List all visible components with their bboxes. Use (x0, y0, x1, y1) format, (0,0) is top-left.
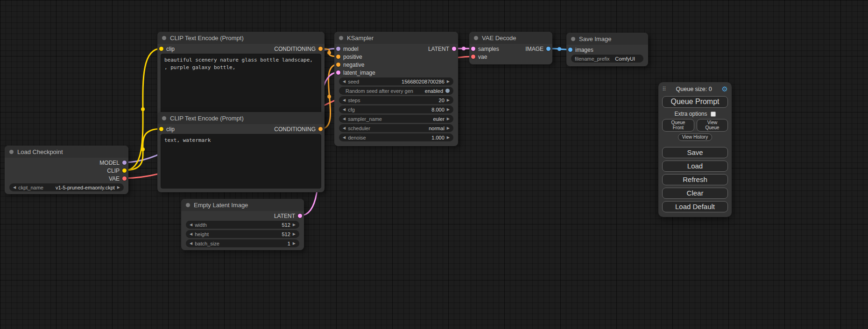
latent-output-slot[interactable] (452, 47, 456, 51)
scheduler-widget[interactable]: ◀ scheduler normal ▶ (339, 124, 453, 132)
image-output-slot[interactable] (546, 47, 550, 51)
extra-options-checkbox[interactable] (711, 112, 716, 117)
decrement-arrow-icon[interactable]: ◀ (343, 79, 346, 84)
clip-input-slot[interactable] (159, 47, 163, 51)
decrement-arrow-icon[interactable]: ◀ (343, 126, 346, 130)
decrement-arrow-icon[interactable]: ◀ (343, 117, 346, 121)
collapse-toggle-icon[interactable] (9, 150, 14, 154)
denoise-widget[interactable]: ◀ denoise 1.000 ▶ (339, 133, 453, 141)
node-graph-canvas[interactable]: Load Checkpoint MODEL CLIP VAE ◀ ckpt_na… (0, 0, 868, 329)
widget-value: 1.000 (368, 135, 445, 140)
increment-arrow-icon[interactable]: ▶ (447, 135, 450, 140)
seed-widget[interactable]: ◀ seed 156680208700286 ▶ (339, 77, 453, 85)
increment-arrow-icon[interactable]: ▶ (293, 223, 296, 227)
collapse-toggle-icon[interactable] (186, 203, 190, 207)
decrement-arrow-icon[interactable]: ◀ (343, 98, 346, 102)
comfy-menu-panel: ⠿ Queue size: 0 ⚙ Queue Prompt Extra opt… (658, 82, 732, 217)
node-title: CLIP Text Encode (Prompt) (170, 115, 244, 122)
node-load-checkpoint[interactable]: Load Checkpoint MODEL CLIP VAE ◀ ckpt_na… (5, 146, 128, 194)
queue-prompt-button[interactable]: Queue Prompt (662, 96, 728, 108)
widget-value: euler (384, 116, 445, 122)
slot-label-clip: clip (166, 126, 175, 133)
increment-arrow-icon[interactable]: ▶ (447, 79, 450, 84)
slot-label-model: MODEL (99, 160, 120, 166)
seed-control-toggle-icon[interactable] (445, 89, 450, 93)
collapse-toggle-icon[interactable] (162, 116, 166, 120)
collapse-toggle-icon[interactable] (339, 36, 343, 40)
node-title-bar[interactable]: Empty Latent Image (181, 199, 304, 211)
node-title-bar[interactable]: Save Image (566, 33, 648, 45)
clip-input-slot[interactable] (159, 127, 163, 131)
decrement-arrow-icon[interactable]: ◀ (343, 135, 346, 140)
ckpt-name-widget[interactable]: ◀ ckpt_name v1-5-pruned-emaonly.ckpt ▶ (9, 183, 124, 191)
batch-size-widget[interactable]: ◀ batch_size 1 ▶ (186, 239, 299, 247)
widget-value: 512 (211, 231, 290, 237)
widget-value: 156680208700286 (361, 79, 445, 84)
negative-prompt-textarea[interactable]: text, watermark (161, 134, 321, 189)
latent-output-slot[interactable] (298, 214, 302, 218)
queue-front-button[interactable]: Queue Front (662, 119, 694, 132)
slot-label-latent-image: latent_image (343, 70, 375, 76)
node-title-bar[interactable]: CLIP Text Encode (Prompt) (157, 112, 325, 124)
decrement-arrow-icon[interactable]: ◀ (190, 223, 192, 227)
clip-output-slot[interactable] (122, 168, 127, 173)
view-queue-button[interactable]: View Queue (697, 119, 728, 132)
samples-input-slot[interactable] (471, 47, 475, 51)
node-save-image[interactable]: Save Image images filename_prefix ComfyU… (566, 33, 648, 66)
height-widget[interactable]: ◀ height 512 ▶ (186, 230, 299, 238)
steps-widget[interactable]: ◀ steps 20 ▶ (339, 96, 453, 104)
collapse-toggle-icon[interactable] (474, 36, 478, 40)
increment-arrow-icon[interactable]: ▶ (447, 107, 450, 112)
menu-drag-handle-icon[interactable]: ⠿ (662, 86, 666, 92)
load-button[interactable]: Load (662, 161, 728, 172)
latent-image-input-slot[interactable] (336, 70, 340, 75)
node-ksampler[interactable]: KSampler model LATENT positive negative … (334, 32, 458, 146)
collapse-toggle-icon[interactable] (571, 37, 575, 41)
decrement-arrow-icon[interactable]: ◀ (190, 241, 192, 245)
seed-control-widget[interactable]: Random seed after every gen enabled (339, 87, 453, 95)
slot-label-latent: LATENT (274, 213, 295, 219)
increment-arrow-icon[interactable]: ▶ (293, 232, 296, 236)
queue-size-label: Queue size: 0 (666, 86, 722, 92)
node-vae-decode[interactable]: VAE Decode samples IMAGE vae (469, 32, 552, 64)
filename-prefix-widget[interactable]: filename_prefix ComfyUI (571, 55, 643, 63)
cfg-widget[interactable]: ◀ cfg 8.000 ▶ (339, 105, 453, 113)
conditioning-output-slot[interactable] (318, 127, 323, 131)
increment-arrow-icon[interactable]: ▶ (447, 117, 450, 121)
collapse-toggle-icon[interactable] (162, 36, 166, 40)
sampler-name-widget[interactable]: ◀ sampler_name euler ▶ (339, 115, 453, 123)
clear-button[interactable]: Clear (662, 188, 728, 199)
load-default-button[interactable]: Load Default (662, 201, 728, 212)
model-input-slot[interactable] (336, 47, 340, 51)
view-history-button[interactable]: View History (678, 133, 712, 141)
widget-label: ckpt_name (18, 185, 43, 190)
images-input-slot[interactable] (568, 48, 572, 52)
width-widget[interactable]: ◀ width 512 ▶ (186, 221, 299, 229)
node-clip-text-encode-negative[interactable]: CLIP Text Encode (Prompt) clip CONDITION… (157, 112, 325, 192)
decrement-arrow-icon[interactable]: ◀ (190, 232, 192, 236)
node-title-bar[interactable]: CLIP Text Encode (Prompt) (157, 32, 325, 44)
widget-value: 20 (362, 98, 444, 103)
increment-arrow-icon[interactable]: ▶ (447, 98, 450, 102)
vae-input-slot[interactable] (471, 55, 475, 59)
decrement-arrow-icon[interactable]: ◀ (13, 185, 16, 189)
node-empty-latent-image[interactable]: Empty Latent Image LATENT ◀ width 512 ▶ … (181, 199, 304, 250)
node-title-bar[interactable]: VAE Decode (469, 32, 552, 44)
save-button[interactable]: Save (662, 147, 728, 158)
decrement-arrow-icon[interactable]: ◀ (343, 107, 346, 112)
conditioning-output-slot[interactable] (318, 47, 323, 51)
node-title-bar[interactable]: Load Checkpoint (5, 146, 128, 158)
refresh-button[interactable]: Refresh (662, 174, 728, 185)
settings-gear-icon[interactable]: ⚙ (722, 85, 728, 93)
vae-output-slot[interactable] (122, 176, 127, 181)
slot-label-positive: positive (343, 54, 362, 60)
slot-label-clip: clip (166, 46, 175, 52)
increment-arrow-icon[interactable]: ▶ (293, 241, 296, 245)
increment-arrow-icon[interactable]: ▶ (117, 185, 120, 189)
increment-arrow-icon[interactable]: ▶ (447, 126, 450, 130)
positive-input-slot[interactable] (336, 55, 340, 59)
node-title-bar[interactable]: KSampler (334, 32, 458, 44)
negative-input-slot[interactable] (336, 63, 340, 67)
widget-label: filename_prefix (575, 56, 610, 62)
model-output-slot[interactable] (122, 161, 127, 165)
